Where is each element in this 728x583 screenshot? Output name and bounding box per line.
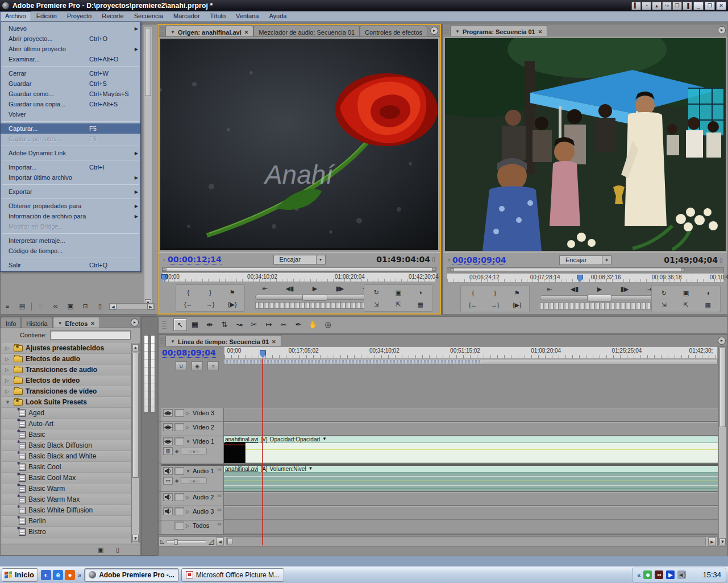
- appbar-up-icon[interactable]: ▴: [652, 2, 662, 10]
- program-current-timecode[interactable]: 00;08;09;04: [452, 255, 506, 265]
- selection-tool[interactable]: ↖: [173, 319, 187, 331]
- menu-recorte[interactable]: Recorte: [97, 11, 129, 21]
- chevron-down-icon[interactable]: ▼: [602, 256, 611, 264]
- chevron-down-icon[interactable]: ▼: [455, 29, 460, 34]
- disclosure-triangle-icon[interactable]: ▿: [448, 258, 450, 263]
- go-next-edit-button[interactable]: →}: [488, 301, 502, 309]
- scroll-down-arrow-icon[interactable]: ▼: [719, 538, 726, 545]
- safe-margins-button[interactable]: ▣: [391, 288, 406, 296]
- clip-keyframe-param[interactable]: Opacidad:Opacidad: [270, 436, 320, 443]
- zoom-in-icon[interactable]: ◿: [209, 537, 214, 545]
- show-keyframes-button[interactable]: ◆: [175, 478, 178, 483]
- toggle-track-output-eye-icon[interactable]: [163, 409, 173, 417]
- panel-grip-icon[interactable]: [160, 27, 164, 35]
- timeline-current-timecode[interactable]: 00;08;09;04: [162, 348, 216, 358]
- track-content-audio-1[interactable]: anahifinal.avi[A]Volumen:Nivel▼: [224, 466, 718, 491]
- effects-preset-basic-black-and-white[interactable]: Basic Black and White: [2, 451, 131, 462]
- marker-button[interactable]: ⚑: [510, 289, 525, 297]
- toggle-track-output-speaker-icon[interactable]: [163, 493, 173, 501]
- file-menu-item-salir[interactable]: SalirCtrl+Q: [1, 260, 140, 270]
- set-in-button[interactable]: {: [465, 289, 480, 297]
- twirl-icon[interactable]: ▷: [5, 345, 11, 351]
- chevron-down-icon[interactable]: ▼: [170, 339, 175, 344]
- close-icon[interactable]: ✕: [272, 339, 276, 345]
- tab-controles-de-efectos[interactable]: Controles de efectos: [360, 26, 427, 36]
- effects-preset-basic[interactable]: Basic: [2, 429, 131, 440]
- task-button-adobe-premiere-pro[interactable]: Adobe Premiere Pro -...: [84, 568, 179, 582]
- twirl-icon[interactable]: ▼: [186, 469, 191, 474]
- program-view-zoombar[interactable]: [447, 267, 724, 272]
- new-custom-bin-button[interactable]: ▣: [95, 545, 106, 555]
- rolling-edit-tool[interactable]: ⇅: [218, 319, 231, 331]
- effects-folder-transiciones-de-audio[interactable]: ▷Transiciones de audio: [2, 365, 131, 375]
- play-button[interactable]: ▶: [592, 285, 607, 293]
- toggle-track-output-speaker-icon[interactable]: [163, 467, 173, 475]
- file-menu-item-adobe-dynamic-link[interactable]: Adobe Dynamic Link▶: [1, 148, 140, 158]
- new-bin-button[interactable]: ▣: [65, 302, 76, 311]
- track-display-style-button[interactable]: ▭: [163, 477, 173, 485]
- list-view-button[interactable]: ≡: [2, 302, 13, 311]
- toggle-track-output-eye-icon[interactable]: [163, 423, 173, 431]
- insert-button[interactable]: ⇲: [656, 301, 671, 309]
- toggle-track-output-eye-icon[interactable]: [163, 437, 173, 445]
- source-mini-ruler[interactable]: 00;0000;34;10;0201;08;20;0401;42;30;04: [162, 272, 436, 282]
- menu-edicion[interactable]: Edición: [31, 11, 62, 21]
- twirl-icon[interactable]: ▷: [186, 425, 191, 430]
- tab-linea-de-tiempo-secuencia-01[interactable]: ▼Línea de tiempo: Secuencia 01✕: [165, 335, 281, 346]
- insert-button[interactable]: ⇲: [369, 300, 384, 308]
- source-panel-menu-button[interactable]: ▸: [430, 27, 438, 35]
- twirl-icon[interactable]: ▼: [5, 399, 11, 405]
- effects-folder-look-suite-presets[interactable]: ▼Look Suite Presets: [2, 397, 131, 408]
- timeline-horizontal-scrollbar[interactable]: [226, 537, 706, 545]
- file-menu-item-importar-ultimo-archivo[interactable]: Importar último archivo▶: [1, 172, 140, 183]
- timeline-vertical-scrollbar[interactable]: ▼: [718, 346, 727, 547]
- file-menu-item-examinar[interactable]: Examinar...Ctrl+Alt+O: [1, 54, 140, 64]
- menu-marcador[interactable]: Marcador: [168, 11, 205, 21]
- new-item-button[interactable]: ⊡: [80, 302, 91, 311]
- twirl-icon[interactable]: ▷: [186, 411, 191, 416]
- project-vertical-scrollbar[interactable]: ▼: [144, 27, 152, 308]
- file-menu-item-guardar-una-copia[interactable]: Guardar una copia...Ctrl+Alt+S: [1, 99, 140, 109]
- appbar-eye-icon[interactable]: ◔: [642, 2, 651, 10]
- delete-button[interactable]: ▯: [94, 302, 106, 311]
- appbar-cascade-icon[interactable]: ❐: [672, 2, 682, 10]
- slip-tool[interactable]: ↦: [262, 319, 276, 331]
- ripple-edit-tool[interactable]: ⇹: [203, 319, 217, 331]
- tray-messenger-icon[interactable]: ☻: [643, 570, 652, 579]
- export-frame-button[interactable]: ▦: [701, 301, 715, 309]
- tab-programa-secuencia-01[interactable]: ▼Programa: Secuencia 01✕: [450, 25, 547, 36]
- effects-preset-basic-cool[interactable]: Basic Cool: [2, 462, 131, 473]
- file-menu-item-codigo-de-tiempo[interactable]: Código de tiempo...: [1, 246, 140, 256]
- scroll-thumb[interactable]: [227, 539, 233, 544]
- output-button[interactable]: ◑: [701, 289, 715, 297]
- go-previous-edit-button[interactable]: {←: [181, 300, 195, 308]
- start-button[interactable]: Inicio: [2, 568, 38, 582]
- show-keyframes-button[interactable]: ◆: [175, 449, 178, 454]
- file-menu-item-informacion-de-archivo-para[interactable]: Información de archivo para▶: [1, 211, 140, 221]
- zoombar-handle[interactable]: [450, 268, 685, 272]
- twirl-icon[interactable]: ▷: [5, 378, 11, 383]
- play-in-to-out-button[interactable]: {▶}: [225, 300, 240, 308]
- source-current-timecode[interactable]: 00:00:12;14: [168, 255, 222, 264]
- safe-margins-button[interactable]: ▣: [679, 289, 693, 297]
- scroll-thumb[interactable]: [719, 348, 726, 427]
- track-content-video-1[interactable]: anahifinal.avi[V]Opacidad:Opacidad▼: [224, 436, 718, 464]
- program-mini-ruler[interactable]: 00;06;24;1200;07;28;1400;08;32;1600;09;3…: [447, 273, 724, 283]
- track-select-tool[interactable]: ▦: [188, 319, 202, 331]
- scroll-thumb[interactable]: [145, 28, 151, 96]
- track-lock-toggle[interactable]: [174, 437, 184, 445]
- go-next-edit-button[interactable]: →}: [203, 300, 218, 308]
- file-menu-item-interpretar-metraje[interactable]: Interpretar metraje...: [1, 235, 140, 246]
- twirl-icon[interactable]: ▼: [186, 439, 191, 444]
- menu-secuencia[interactable]: Secuencia: [129, 11, 168, 21]
- track-display-style-button[interactable]: ▥: [163, 447, 173, 455]
- droplet-icon[interactable]: ○: [207, 361, 219, 370]
- tab-efectos[interactable]: ▼Efectos✕: [53, 317, 100, 328]
- effects-preset-berlin[interactable]: Berlin: [2, 516, 131, 527]
- zoom-slider-knob[interactable]: [174, 539, 178, 545]
- loop-button[interactable]: ↻: [369, 288, 384, 296]
- step-forward-button[interactable]: ▮▶: [617, 285, 632, 293]
- effects-folder-transiciones-de-video[interactable]: ▷Transiciones de vídeo: [2, 386, 131, 397]
- jog-disk[interactable]: [255, 302, 375, 309]
- chevron-down-icon[interactable]: ▼: [316, 255, 325, 264]
